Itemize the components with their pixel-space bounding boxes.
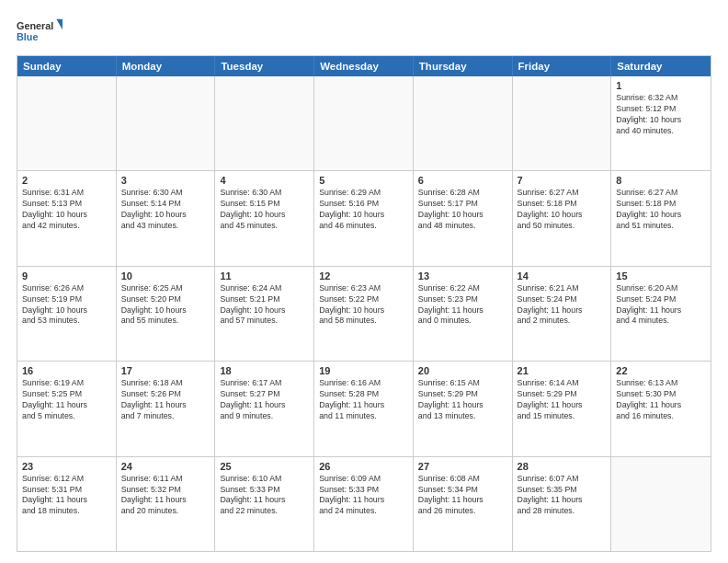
day-number: 15	[616, 270, 706, 282]
day-cell-23: 23Sunrise: 6:12 AM Sunset: 5:31 PM Dayli…	[17, 457, 117, 551]
empty-cell-0-1	[117, 76, 216, 170]
day-number: 17	[121, 365, 210, 376]
day-number: 23	[22, 461, 111, 472]
day-info: Sunrise: 6:09 AM Sunset: 5:33 PM Dayligh…	[319, 474, 408, 518]
day-info: Sunrise: 6:08 AM Sunset: 5:34 PM Dayligh…	[418, 474, 507, 518]
day-cell-2: 2Sunrise: 6:31 AM Sunset: 5:13 PM Daylig…	[17, 171, 117, 265]
logo-svg: General Blue	[17, 15, 63, 48]
day-cell-12: 12Sunrise: 6:23 AM Sunset: 5:22 PM Dayli…	[314, 267, 414, 361]
day-number: 21	[518, 365, 607, 376]
day-cell-19: 19Sunrise: 6:16 AM Sunset: 5:28 PM Dayli…	[314, 362, 414, 455]
day-number: 5	[319, 175, 408, 186]
day-cell-1: 1Sunrise: 6:32 AM Sunset: 5:12 PM Daylig…	[611, 76, 711, 170]
day-info: Sunrise: 6:30 AM Sunset: 5:15 PM Dayligh…	[220, 188, 309, 232]
day-number: 24	[121, 461, 210, 472]
day-number: 20	[418, 365, 507, 376]
day-info: Sunrise: 6:28 AM Sunset: 5:17 PM Dayligh…	[418, 188, 507, 232]
week-row-2: 9Sunrise: 6:26 AM Sunset: 5:19 PM Daylig…	[17, 267, 711, 362]
week-row-1: 2Sunrise: 6:31 AM Sunset: 5:13 PM Daylig…	[17, 171, 711, 266]
day-number: 16	[22, 365, 111, 376]
empty-cell-0-5	[513, 76, 612, 170]
day-info: Sunrise: 6:27 AM Sunset: 5:18 PM Dayligh…	[616, 188, 706, 232]
day-info: Sunrise: 6:17 AM Sunset: 5:27 PM Dayligh…	[220, 378, 309, 422]
day-number: 10	[121, 270, 210, 282]
day-info: Sunrise: 6:22 AM Sunset: 5:23 PM Dayligh…	[418, 283, 507, 327]
day-number: 6	[418, 175, 507, 186]
day-number: 12	[319, 270, 408, 282]
day-cell-24: 24Sunrise: 6:11 AM Sunset: 5:32 PM Dayli…	[117, 457, 216, 551]
day-number: 25	[220, 461, 309, 472]
header-day-saturday: Saturday	[611, 56, 711, 76]
header-day-thursday: Thursday	[414, 56, 513, 76]
day-number: 22	[616, 365, 706, 376]
header: General Blue	[17, 15, 711, 48]
day-number: 4	[220, 175, 309, 186]
day-cell-9: 9Sunrise: 6:26 AM Sunset: 5:19 PM Daylig…	[17, 267, 117, 361]
day-number: 11	[220, 270, 309, 282]
day-cell-3: 3Sunrise: 6:30 AM Sunset: 5:14 PM Daylig…	[117, 171, 216, 265]
day-number: 18	[220, 365, 309, 376]
day-number: 28	[518, 461, 607, 472]
day-cell-27: 27Sunrise: 6:08 AM Sunset: 5:34 PM Dayli…	[414, 457, 513, 551]
day-info: Sunrise: 6:14 AM Sunset: 5:29 PM Dayligh…	[518, 378, 607, 422]
day-cell-18: 18Sunrise: 6:17 AM Sunset: 5:27 PM Dayli…	[215, 362, 314, 455]
day-info: Sunrise: 6:27 AM Sunset: 5:18 PM Dayligh…	[518, 188, 607, 232]
day-info: Sunrise: 6:07 AM Sunset: 5:35 PM Dayligh…	[518, 474, 607, 518]
header-day-sunday: Sunday	[17, 56, 117, 76]
svg-text:General: General	[17, 20, 53, 31]
day-info: Sunrise: 6:29 AM Sunset: 5:16 PM Dayligh…	[319, 188, 408, 232]
day-cell-28: 28Sunrise: 6:07 AM Sunset: 5:35 PM Dayli…	[513, 457, 612, 551]
page: General Blue SundayMondayTuesdayWednesda…	[0, 0, 728, 563]
day-cell-10: 10Sunrise: 6:25 AM Sunset: 5:20 PM Dayli…	[117, 267, 216, 361]
day-number: 14	[518, 270, 607, 282]
day-info: Sunrise: 6:12 AM Sunset: 5:31 PM Dayligh…	[22, 474, 111, 518]
day-info: Sunrise: 6:25 AM Sunset: 5:20 PM Dayligh…	[121, 283, 210, 327]
day-info: Sunrise: 6:24 AM Sunset: 5:21 PM Dayligh…	[220, 283, 309, 327]
header-day-friday: Friday	[513, 56, 612, 76]
day-info: Sunrise: 6:10 AM Sunset: 5:33 PM Dayligh…	[220, 474, 309, 518]
day-number: 3	[121, 175, 210, 186]
week-row-0: 1Sunrise: 6:32 AM Sunset: 5:12 PM Daylig…	[17, 76, 711, 171]
day-cell-13: 13Sunrise: 6:22 AM Sunset: 5:23 PM Dayli…	[414, 267, 513, 361]
day-cell-6: 6Sunrise: 6:28 AM Sunset: 5:17 PM Daylig…	[414, 171, 513, 265]
calendar-header: SundayMondayTuesdayWednesdayThursdayFrid…	[17, 56, 711, 76]
week-row-4: 23Sunrise: 6:12 AM Sunset: 5:31 PM Dayli…	[17, 457, 711, 551]
header-day-monday: Monday	[117, 56, 216, 76]
empty-cell-0-0	[17, 76, 117, 170]
day-number: 1	[616, 80, 706, 91]
day-cell-16: 16Sunrise: 6:19 AM Sunset: 5:25 PM Dayli…	[17, 362, 117, 455]
day-cell-26: 26Sunrise: 6:09 AM Sunset: 5:33 PM Dayli…	[314, 457, 414, 551]
header-day-tuesday: Tuesday	[215, 56, 314, 76]
day-cell-8: 8Sunrise: 6:27 AM Sunset: 5:18 PM Daylig…	[611, 171, 711, 265]
day-cell-15: 15Sunrise: 6:20 AM Sunset: 5:24 PM Dayli…	[611, 267, 711, 361]
day-number: 26	[319, 461, 408, 472]
day-info: Sunrise: 6:11 AM Sunset: 5:32 PM Dayligh…	[121, 474, 210, 518]
day-number: 13	[418, 270, 507, 282]
svg-marker-2	[56, 19, 63, 30]
day-info: Sunrise: 6:19 AM Sunset: 5:25 PM Dayligh…	[22, 378, 111, 422]
day-cell-17: 17Sunrise: 6:18 AM Sunset: 5:26 PM Dayli…	[117, 362, 216, 455]
day-info: Sunrise: 6:30 AM Sunset: 5:14 PM Dayligh…	[121, 188, 210, 232]
day-number: 7	[518, 175, 607, 186]
day-info: Sunrise: 6:13 AM Sunset: 5:30 PM Dayligh…	[616, 378, 706, 422]
day-cell-25: 25Sunrise: 6:10 AM Sunset: 5:33 PM Dayli…	[215, 457, 314, 551]
day-cell-14: 14Sunrise: 6:21 AM Sunset: 5:24 PM Dayli…	[513, 267, 612, 361]
day-info: Sunrise: 6:20 AM Sunset: 5:24 PM Dayligh…	[616, 283, 706, 327]
day-cell-5: 5Sunrise: 6:29 AM Sunset: 5:16 PM Daylig…	[314, 171, 414, 265]
logo: General Blue	[17, 15, 63, 48]
day-info: Sunrise: 6:32 AM Sunset: 5:12 PM Dayligh…	[616, 93, 706, 137]
day-cell-22: 22Sunrise: 6:13 AM Sunset: 5:30 PM Dayli…	[611, 362, 711, 455]
empty-cell-0-4	[414, 76, 513, 170]
day-number: 9	[22, 270, 111, 282]
day-info: Sunrise: 6:15 AM Sunset: 5:29 PM Dayligh…	[418, 378, 507, 422]
empty-cell-4-6	[611, 457, 711, 551]
day-number: 27	[418, 461, 507, 472]
day-cell-11: 11Sunrise: 6:24 AM Sunset: 5:21 PM Dayli…	[215, 267, 314, 361]
week-row-3: 16Sunrise: 6:19 AM Sunset: 5:25 PM Dayli…	[17, 362, 711, 456]
day-info: Sunrise: 6:26 AM Sunset: 5:19 PM Dayligh…	[22, 283, 111, 327]
calendar: SundayMondayTuesdayWednesdayThursdayFrid…	[17, 55, 711, 552]
day-info: Sunrise: 6:16 AM Sunset: 5:28 PM Dayligh…	[319, 378, 408, 422]
day-number: 19	[319, 365, 408, 376]
day-cell-20: 20Sunrise: 6:15 AM Sunset: 5:29 PM Dayli…	[414, 362, 513, 455]
header-day-wednesday: Wednesday	[314, 56, 414, 76]
